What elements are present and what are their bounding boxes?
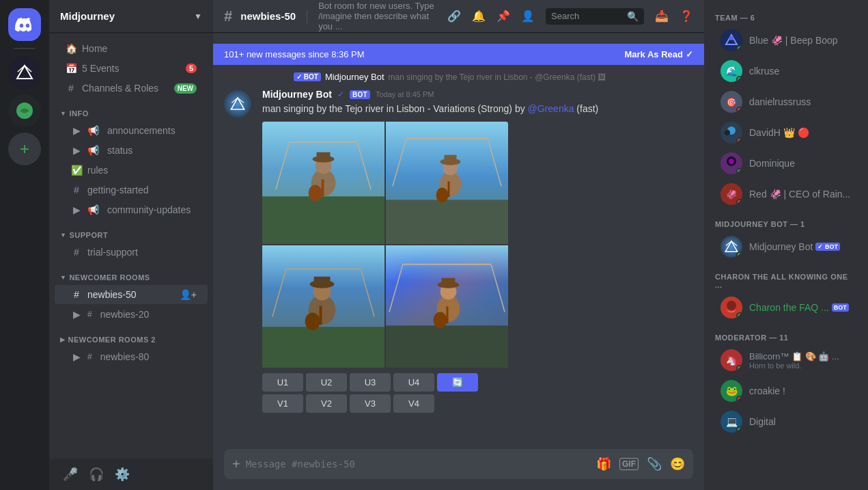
server-icon-green[interactable] xyxy=(8,94,41,127)
gif-icon[interactable]: GIF xyxy=(619,458,639,470)
sidebar-item-events[interactable]: 📅 5 Events 5 xyxy=(55,59,208,78)
image-cell-top-right[interactable] xyxy=(386,122,508,244)
header-divider xyxy=(307,10,307,23)
headphones-icon[interactable]: 🎧 xyxy=(86,464,107,485)
sidebar-item-announcements[interactable]: ▶ 📢 announcements xyxy=(55,121,208,140)
settings-icon[interactable]: ⚙️ xyxy=(112,464,132,485)
channel-description: Bot room for new users. Type /imagine th… xyxy=(318,1,439,31)
member-dominique[interactable]: Dominique xyxy=(710,148,863,178)
mj-bot-badge: ✓ BOT xyxy=(815,243,840,251)
u2-button[interactable]: U2 xyxy=(306,373,347,392)
newcomer-arrow-icon: ▼ xyxy=(60,274,66,281)
server-icon-discord[interactable] xyxy=(8,8,41,41)
message-input[interactable] xyxy=(246,451,591,477)
sidebar-item-newbies-20[interactable]: ▶ # newbies-20 xyxy=(55,305,208,324)
image-cell-bottom-right[interactable] xyxy=(386,245,508,368)
member-mj-bot[interactable]: Midjourney Bot ✓ BOT xyxy=(710,232,863,262)
status-dot xyxy=(736,107,742,113)
member-danielrussruss[interactable]: 🎯 danielrussruss xyxy=(710,87,863,117)
gift-icon[interactable]: 🎁 xyxy=(596,457,611,472)
section-newcomer-rooms-2[interactable]: ▶ NEWCOMER ROOMS 2 xyxy=(49,325,213,346)
server-icon-midjourney[interactable] xyxy=(8,56,41,89)
member-davidh[interactable]: DavidH 👑 🔴 xyxy=(710,118,863,148)
message-timestamp: Today at 8:45 PM xyxy=(376,90,434,98)
sidebar-item-rules[interactable]: ✅ rules xyxy=(55,161,208,180)
hashtag-icon[interactable]: 🔗 xyxy=(447,10,461,23)
svg-rect-44 xyxy=(447,306,449,323)
member-clkruse[interactable]: 🌊 clkruse xyxy=(710,56,863,86)
sidebar-item-newbies-80[interactable]: ▶ # newbies-80 xyxy=(55,347,208,366)
verified-icon: ✓ xyxy=(337,90,344,99)
message-text-main: man singing by the Tejo river in Lisbon … xyxy=(262,103,528,114)
message-author[interactable]: Midjourney Bot xyxy=(262,89,332,100)
member-info: Midjourney Bot ✓ BOT xyxy=(749,241,840,252)
mark-as-read-button[interactable]: Mark As Read ✓ xyxy=(625,49,694,59)
v2-button[interactable]: V2 xyxy=(306,394,347,413)
member-red-ceo[interactable]: 🦑 Red 🦑 | CEO of Rain... xyxy=(710,179,863,209)
add-attachment-icon[interactable]: + xyxy=(232,457,240,472)
preview-bot-name: Midjourney Bot xyxy=(325,72,384,82)
dropdown-arrow-icon: ▼ xyxy=(194,12,202,21)
events-icon: 📅 xyxy=(66,63,76,74)
bot-badge-preview: ✓ BOT xyxy=(294,72,321,81)
search-bar[interactable]: 🔍 xyxy=(546,8,644,25)
sidebar-item-channels-roles[interactable]: # Channels & Roles NEW xyxy=(55,79,208,98)
section-support[interactable]: ▼ SUPPORT xyxy=(49,220,213,242)
refresh-button[interactable]: 🔄 xyxy=(437,373,478,392)
v1-button[interactable]: V1 xyxy=(262,394,303,413)
u4-button[interactable]: U4 xyxy=(393,373,434,392)
sidebar-item-getting-started[interactable]: # getting-started xyxy=(55,180,208,200)
inbox-icon[interactable]: 📥 xyxy=(655,10,669,23)
svg-rect-2 xyxy=(262,196,384,244)
member-digital[interactable]: 💻 Digital xyxy=(710,407,863,437)
add-server-button[interactable]: + xyxy=(8,133,41,165)
rules-icon: ✅ xyxy=(71,165,82,176)
sidebar-item-home[interactable]: 🏠 Home xyxy=(55,39,208,58)
message-mention[interactable]: @Greenka xyxy=(528,103,574,114)
member-name: DavidH 👑 🔴 xyxy=(749,127,809,138)
sidebar-item-status[interactable]: ▶ 📢 status xyxy=(55,141,208,160)
new-badge: NEW xyxy=(174,83,197,94)
message-avatar[interactable] xyxy=(224,90,251,118)
sidebar-header[interactable]: Midjourney ▼ xyxy=(49,0,213,33)
section-newcomer-rooms[interactable]: ▼ NEWCOMER ROOMS xyxy=(49,262,213,284)
image-grid[interactable] xyxy=(262,122,508,368)
notification-icon[interactable]: 🔔 xyxy=(472,10,486,23)
svg-rect-20 xyxy=(445,154,457,163)
member-name: danielrussruss xyxy=(749,96,811,107)
sidebar-item-community-updates[interactable]: ▶ 📢 community-updates xyxy=(55,200,208,219)
member-name: Dominique xyxy=(749,158,795,169)
sticker-icon[interactable]: 📎 xyxy=(647,457,662,472)
members-icon[interactable]: 👤 xyxy=(521,10,535,23)
svg-point-52 xyxy=(729,159,734,164)
member-blue-beep[interactable]: Blue 🦑 | Beep Boop xyxy=(710,25,863,55)
check-icon: ✓ xyxy=(686,49,693,59)
pin-icon[interactable]: 📌 xyxy=(496,10,510,23)
svg-point-21 xyxy=(436,187,449,202)
sidebar-item-trial-support[interactable]: # trial-support xyxy=(55,243,208,262)
member-info: Billicorn™ 📋 🎨 🤖 ... Horn to be wild. xyxy=(749,351,839,370)
image-cell-top-left[interactable] xyxy=(262,122,384,244)
channel-header: # newbies-50 Bot room for new users. Typ… xyxy=(213,0,704,33)
member-name: Midjourney Bot xyxy=(749,241,813,252)
new-messages-banner[interactable]: 101+ new messages since 8:36 PM Mark As … xyxy=(213,44,704,65)
svg-rect-13 xyxy=(386,200,508,244)
add-member-icon[interactable]: 👤+ xyxy=(180,289,197,300)
image-cell-bottom-left[interactable] xyxy=(262,245,384,368)
section-info[interactable]: ▼ INFO xyxy=(49,98,213,120)
help-icon[interactable]: ❓ xyxy=(680,10,693,23)
sidebar-item-newbies-50[interactable]: # newbies-50 👤+ xyxy=(55,285,208,304)
u3-button[interactable]: U3 xyxy=(350,373,391,392)
emoji-icon[interactable]: 😊 xyxy=(670,457,685,472)
member-croakie[interactable]: 🐸 croakie ! xyxy=(710,376,863,406)
v3-button[interactable]: V3 xyxy=(350,394,391,413)
v4-button[interactable]: V4 xyxy=(393,394,434,413)
microphone-icon[interactable]: 🎤 xyxy=(60,464,81,485)
search-input[interactable] xyxy=(551,11,623,21)
member-avatar-danielrussruss: 🎯 xyxy=(720,91,742,113)
member-billicorn[interactable]: 🦄 Billicorn™ 📋 🎨 🤖 ... Horn to be wild. xyxy=(710,345,863,375)
u1-button[interactable]: U1 xyxy=(262,373,303,392)
right-sidebar: TEAM — 6 Blue 🦑 | Beep Boop 🌊 clkruse 🎯 … xyxy=(704,0,868,490)
home-icon: 🏠 xyxy=(66,43,76,54)
member-charon-faq[interactable]: Charon the FAQ ... BOT xyxy=(710,292,863,323)
